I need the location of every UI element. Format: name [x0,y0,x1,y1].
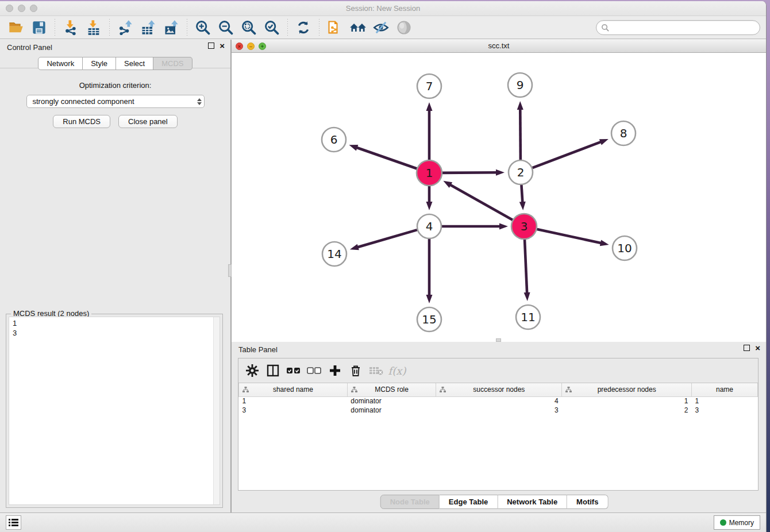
panel-splitter-handle[interactable] [228,264,232,277]
zoom-in-icon[interactable] [193,18,213,37]
control-panel-header: Control Panel × [0,40,230,55]
search-box[interactable] [596,20,760,35]
memory-button[interactable]: Memory [714,515,760,530]
mcds-result-textarea[interactable]: 1 3 [9,317,220,505]
export-image-icon[interactable] [161,18,181,37]
search-input[interactable] [610,22,760,33]
task-history-button[interactable] [6,515,21,530]
save-session-icon[interactable] [29,18,49,37]
close-panel-button[interactable]: Close panel [118,115,178,128]
cell-shared-name[interactable]: 1 [239,396,348,406]
table-options-gear-icon[interactable] [243,361,261,380]
graph-node-label: 2 [517,165,525,179]
cell-name[interactable]: 3 [692,406,758,415]
criterion-dropdown[interactable]: strongly connected component [26,95,205,108]
graph-edge-2-8[interactable] [533,142,602,168]
network-minimize-button[interactable]: – [247,43,255,50]
float-panel-icon[interactable] [208,43,214,49]
network-canvas[interactable]: 7968124314101511 [232,53,766,344]
select-all-checkboxes-icon[interactable] [284,361,303,380]
hide-annotations-icon[interactable] [371,18,391,37]
import-network-icon[interactable] [61,18,80,37]
graph-node-label: 7 [426,79,433,93]
cell-predecessor-nodes[interactable]: 1 [562,396,692,406]
table-row[interactable]: 1 dominator 4 1 1 [239,396,758,406]
graph-node-label: 4 [426,219,433,233]
tab-node-table[interactable]: Node Table [380,495,440,509]
graph-edge-2-3[interactable] [521,185,522,203]
graph-edge-4-14[interactable] [357,230,417,247]
minimize-window-button[interactable] [18,5,25,12]
status-bar: Memory [0,512,766,532]
tab-motifs[interactable]: Motifs [567,495,608,509]
tab-network-table[interactable]: Network Table [498,495,567,509]
cell-name[interactable]: 1 [692,396,758,406]
add-column-icon[interactable] [326,361,344,380]
column-header-name[interactable]: name [692,383,758,396]
table-panel-tabs: Node Table Edge Table Network Table Moti… [380,495,609,509]
zoom-selected-icon[interactable] [262,18,282,37]
column-header-successor-nodes[interactable]: successor nodes [436,383,562,396]
window-titlebar: Session: New Session [0,1,766,16]
cell-shared-name[interactable]: 3 [239,406,348,415]
node-table-container: f(x) shared name MCDS role successor nod… [238,358,759,491]
arrowhead-icon [519,202,526,210]
show-all-networks-icon[interactable] [348,18,368,37]
network-view-titlebar[interactable]: × – + scc.txt [232,40,766,53]
cell-predecessor-nodes[interactable]: 2 [562,406,692,415]
cell-successor-nodes[interactable]: 3 [436,406,562,415]
arrowhead-icon [443,181,452,188]
import-table-icon[interactable] [84,18,103,37]
arrowhead-icon [349,145,358,151]
column-header-mcds-role[interactable]: MCDS role [347,383,436,396]
graph-edge-1-2[interactable] [442,172,497,173]
column-header-predecessor-nodes[interactable]: predecessor nodes [562,383,692,396]
tab-select[interactable]: Select [116,57,153,70]
graph-edge-2-9[interactable] [520,109,521,160]
zoom-out-icon[interactable] [216,18,236,37]
table-row[interactable]: 3 dominator 3 2 3 [239,406,758,415]
tab-network[interactable]: Network [38,57,83,70]
network-view-window: × – + scc.txt 7968124314101511 [232,40,766,342]
graph-edge-3-1[interactable] [450,184,513,220]
mcds-tab-content: Optimization criterion: strongly connect… [0,68,230,512]
float-panel-icon[interactable] [744,345,750,351]
result-line: 1 [13,318,220,328]
export-table-icon[interactable] [138,18,158,37]
zoom-fit-icon[interactable] [239,18,259,37]
graph-edge-1-6[interactable] [356,148,418,169]
tab-style[interactable]: Style [83,57,116,70]
close-panel-icon[interactable]: × [220,43,225,49]
graph-edge-3-10[interactable] [536,229,601,244]
tab-mcds[interactable]: MCDS [153,57,192,70]
cell-mcds-role[interactable]: dominator [347,406,436,415]
network-maximize-button[interactable]: + [259,43,266,50]
maximize-window-button[interactable] [30,5,37,12]
graph-node-label: 11 [521,310,535,324]
export-network-icon[interactable] [116,18,135,37]
delete-table-icon[interactable] [367,361,386,380]
unselect-all-checkboxes-icon[interactable] [305,361,324,380]
cell-mcds-role[interactable]: dominator [347,396,436,406]
function-builder-icon[interactable]: f(x) [388,361,406,380]
table-splitter-handle[interactable] [496,338,501,342]
network-close-button[interactable]: × [236,43,243,50]
column-header-shared-name[interactable]: shared name [239,383,348,396]
graph-node-label: 6 [330,133,338,147]
bird-view-icon[interactable] [394,18,414,37]
memory-status-icon [720,519,726,526]
run-mcds-button[interactable]: Run MCDS [53,115,110,128]
delete-column-icon[interactable] [346,361,365,380]
graph-node-label: 9 [517,78,524,92]
result-scrollbar[interactable] [213,317,220,504]
close-window-button[interactable] [6,5,13,12]
refresh-layout-icon[interactable] [294,18,313,37]
tab-edge-table[interactable]: Edge Table [440,495,498,509]
column-panel-icon[interactable] [264,361,282,380]
open-session-icon[interactable] [6,18,26,37]
network-documents-icon[interactable] [325,18,345,37]
hierarchy-icon [242,387,249,395]
cell-successor-nodes[interactable]: 4 [436,396,562,406]
close-panel-icon[interactable]: × [755,345,760,351]
graph-edge-3-11[interactable] [525,239,527,294]
